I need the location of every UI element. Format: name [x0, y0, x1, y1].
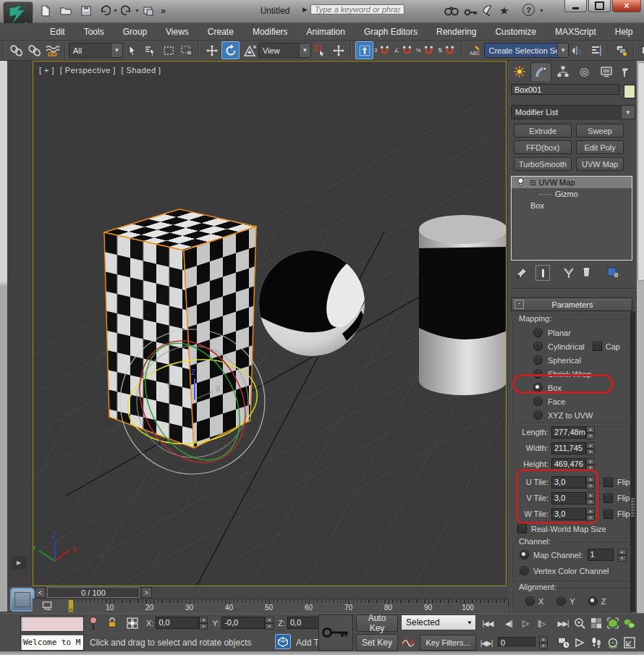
reference-coordinate-system-dropdown[interactable]: View▼	[258, 43, 311, 58]
set-keys-button[interactable]	[318, 614, 353, 651]
dimension-value-field[interactable]: 277,48m	[551, 426, 586, 439]
box-object-selected[interactable]	[104, 209, 256, 448]
viewport-pov-menu[interactable]: [ Perspective ]	[60, 66, 116, 75]
tile-value-field[interactable]: 3,0	[551, 492, 586, 504]
spinner-snap-icon[interactable]	[441, 42, 458, 59]
select-and-link-icon[interactable]	[8, 42, 25, 59]
zoom-extents-icon[interactable]	[606, 617, 619, 633]
menu-item[interactable]: Customize	[486, 24, 546, 40]
show-end-result-icon[interactable]	[535, 265, 550, 281]
dimension-value-field[interactable]: 469,476	[551, 458, 586, 470]
zoom-all-icon[interactable]	[590, 617, 603, 633]
select-and-move-icon[interactable]	[203, 42, 220, 59]
radio-icon[interactable]	[533, 383, 543, 392]
viewport-shading-menu[interactable]: [ Shaded ]	[121, 66, 161, 75]
modifier-shortcut-button[interactable]: UVW Map	[576, 157, 624, 171]
graphite-ribbon-toggle-icon[interactable]	[638, 42, 644, 59]
object-name-field[interactable]	[511, 84, 619, 95]
spinner-control[interactable]: ▲▼	[199, 617, 208, 629]
window-crossing-icon[interactable]	[178, 42, 195, 59]
spinner-control[interactable]: ▲▼	[586, 458, 595, 470]
tab-utilities[interactable]	[616, 62, 637, 81]
redo-dropdown-arrow[interactable]: ▼	[135, 8, 140, 13]
help-icon[interactable]: ?	[522, 4, 535, 16]
radio-icon[interactable]	[520, 566, 529, 575]
rollout-scrollbar-track[interactable]	[630, 311, 635, 612]
pan-view-icon[interactable]	[573, 636, 586, 652]
mapping-option-label[interactable]: Planar	[548, 329, 571, 337]
spinner-control[interactable]: ▲▼	[618, 549, 627, 561]
new-scene-icon[interactable]	[38, 4, 54, 18]
mapping-option-row[interactable]: Cylindrical Cap	[533, 339, 635, 353]
stack-sub-object-label[interactable]: Gizmo	[555, 190, 578, 198]
unlink-selection-icon[interactable]	[26, 42, 43, 59]
spinner-control[interactable]: ▲▼	[265, 617, 274, 629]
modifier-shortcut-button[interactable]: FFD(box)	[514, 140, 572, 154]
modifier-shortcut-button[interactable]: TurboSmooth	[514, 157, 572, 171]
frame-forward-button[interactable]: >	[141, 587, 152, 598]
radio-icon[interactable]	[533, 342, 543, 351]
modifier-shortcut-button[interactable]: Extrude	[514, 124, 572, 138]
maximize-viewport-toggle-icon[interactable]	[623, 636, 636, 652]
percent-snap-icon[interactable]	[420, 42, 437, 59]
viewport-layout-tab-button[interactable]	[10, 588, 35, 612]
coordinate-value-field[interactable]: 0,0	[156, 617, 199, 629]
license-key-icon[interactable]	[464, 7, 478, 20]
menu-item[interactable]: Rendering	[427, 24, 486, 40]
chevron-down-icon[interactable]: ▼	[557, 43, 568, 57]
menu-item[interactable]: Graph Editors	[355, 24, 427, 40]
stack-row-box[interactable]: Box	[512, 200, 632, 211]
frame-back-button[interactable]: <	[35, 587, 46, 598]
radio-icon[interactable]	[533, 328, 543, 337]
radio-icon[interactable]	[525, 596, 535, 606]
spinner-control[interactable]: ▲▼	[586, 442, 595, 455]
tab-display[interactable]	[596, 62, 617, 81]
vertex-color-row[interactable]: Vertex Color Channel	[520, 566, 609, 575]
mapping-option-row[interactable]: Box	[533, 381, 635, 394]
select-and-rotate-icon[interactable]	[221, 41, 240, 59]
chevron-down-icon[interactable]: ▼	[299, 43, 310, 57]
menu-item[interactable]: Views	[156, 24, 198, 40]
stack-modifier-label[interactable]: UVW Map	[538, 178, 575, 187]
map-channel-field[interactable]: 1	[588, 549, 614, 561]
perspective-viewport[interactable]: Z X Y Z Y X [ + ] [ Perspective ] [ Shad…	[33, 61, 507, 586]
select-and-manipulate-icon[interactable]	[330, 42, 347, 59]
configure-modifier-sets-icon[interactable]	[606, 266, 619, 282]
viewport-tabs-expand-button[interactable]: ▶	[11, 557, 27, 570]
selection-filter-dropdown[interactable]: All▼	[69, 43, 123, 58]
menu-item[interactable]: Group	[114, 24, 156, 40]
spinner-control[interactable]: ▲▼	[586, 476, 595, 489]
mapping-option-label[interactable]: XYZ to UVW	[548, 411, 593, 420]
select-object-icon[interactable]	[124, 42, 140, 59]
pin-stack-icon[interactable]	[515, 266, 528, 282]
key-filters-button[interactable]: Key Filters...	[420, 635, 476, 651]
mapping-option-label[interactable]: Face	[548, 397, 565, 406]
alignment-option[interactable]: X	[525, 596, 543, 606]
named-selection-sets-dropdown[interactable]: Create Selection Se▼	[484, 43, 569, 58]
radio-icon[interactable]	[533, 410, 543, 420]
open-file-icon[interactable]	[58, 4, 74, 18]
stack-row-uvw-map[interactable]: ⊟ UVW Map	[512, 177, 632, 188]
modifier-shortcut-button[interactable]: Edit Poly	[576, 140, 624, 154]
radio-icon[interactable]	[520, 550, 529, 559]
menu-item[interactable]: Modifiers	[243, 24, 297, 40]
snaps-toggle-icon[interactable]	[355, 41, 373, 59]
rollout-collapse-icon[interactable]: -	[514, 300, 524, 309]
default-in-out-tangents-icon[interactable]	[401, 636, 415, 652]
mapping-option-row[interactable]: Spherical	[533, 353, 635, 367]
qat-overflow-chevron[interactable]: »	[161, 5, 166, 16]
add-time-tag[interactable]: Add Ti	[296, 638, 321, 648]
go-to-end-icon[interactable]: ▶▶|	[554, 617, 572, 630]
mirror-icon[interactable]	[569, 42, 586, 59]
mapping-option-label[interactable]: Shrink Wrap	[548, 370, 591, 379]
communication-center-icon[interactable]	[482, 4, 494, 20]
flip-checkbox[interactable]	[603, 478, 613, 487]
chevron-down-icon[interactable]: ▼	[621, 106, 635, 119]
tab-hierarchy[interactable]	[552, 62, 573, 81]
maxscript-mini-listener-pink[interactable]	[20, 616, 84, 632]
time-slider[interactable]: 0 / 100	[47, 587, 140, 598]
go-to-start-icon[interactable]: |◀◀	[479, 617, 496, 630]
collapse-minus-icon[interactable]: ⊟	[530, 179, 535, 187]
spinner-control[interactable]: ▲▼	[586, 426, 595, 439]
mapping-option-label[interactable]: Cylindrical	[548, 342, 585, 351]
